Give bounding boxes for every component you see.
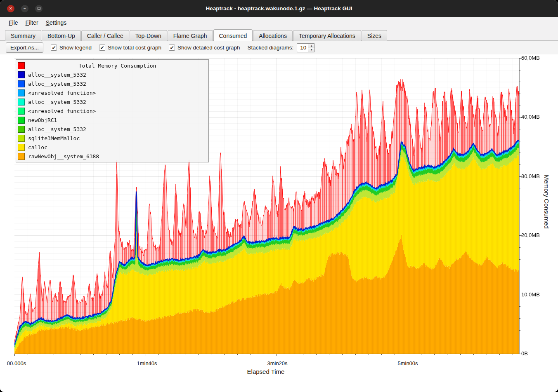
tab-flame-graph[interactable]: Flame Graph	[168, 30, 213, 41]
chart-area: 0B 10,0MB 20,0MB 30,0MB 40,0MB 50,0MB 00…	[0, 54, 558, 392]
menu-settings[interactable]: Settings	[42, 18, 71, 27]
show-legend-checkbox[interactable]: ✔ Show legend	[51, 45, 92, 51]
legend-item: <unresolved function>	[18, 106, 207, 115]
legend-swatch	[18, 144, 25, 151]
tabbar: Summary Bottom-Up Caller / Callee Top-Do…	[0, 28, 558, 41]
legend-title: Total Memory Consumption	[28, 63, 207, 69]
legend-item: sqlite3MemMalloc	[18, 134, 207, 143]
titlebar: ✕ − Heaptrack - heaptrack.wakunode.1.gz …	[0, 0, 558, 17]
y-tick-label: 20,0MB	[521, 232, 540, 238]
legend-item: alloc__system_5332	[18, 124, 207, 134]
y-tick-label: 50,0MB	[521, 55, 540, 61]
legend-swatch	[18, 135, 25, 142]
y-tick-label: 10,0MB	[521, 291, 540, 298]
legend-swatch	[18, 71, 25, 78]
legend-item: <unresolved function>	[18, 88, 207, 97]
menu-filter[interactable]: Filter	[22, 18, 42, 27]
show-total-cost-checkbox[interactable]: ✔ Show total cost graph	[99, 45, 161, 51]
toolbar: Export As... ✔ Show legend ✔ Show total …	[0, 41, 558, 54]
tab-consumed[interactable]: Consumed	[213, 29, 253, 41]
menu-file[interactable]: File	[5, 18, 22, 27]
legend-swatch	[18, 108, 25, 115]
legend-item-label: <unresolved function>	[28, 90, 96, 96]
show-legend-label: Show legend	[59, 45, 92, 51]
menu-settings-label: Settings	[46, 19, 67, 26]
legend-item: rawNewObj__system_6388	[18, 152, 207, 161]
checkbox-icon[interactable]: ✔	[169, 45, 175, 51]
window-title: Heaptrack - heaptrack.wakunode.1.gz — He…	[206, 5, 352, 12]
legend-swatch	[18, 117, 25, 124]
legend-swatch	[18, 80, 25, 87]
legend-item: alloc__system_5332	[18, 79, 207, 88]
tab-temporary-allocations[interactable]: Temporary Allocations	[293, 30, 361, 41]
x-tick-label: 1min40s	[137, 360, 157, 366]
legend-swatch-total	[18, 62, 25, 69]
legend-item: alloc__system_5332	[18, 70, 207, 79]
menu-filter-label: Filter	[26, 19, 38, 26]
export-as-button[interactable]: Export As...	[6, 42, 43, 53]
tab-caller-callee[interactable]: Caller / Callee	[81, 30, 129, 41]
legend-item: newObjRC1	[18, 115, 207, 124]
menu-file-label: File	[9, 19, 18, 26]
checkbox-icon[interactable]: ✔	[99, 45, 105, 51]
tab-top-down[interactable]: Top-Down	[130, 30, 167, 41]
close-icon[interactable]: ✕	[7, 5, 14, 12]
legend-item: calloc	[18, 143, 207, 152]
show-total-cost-label: Show total cost graph	[108, 45, 161, 51]
legend-swatch	[18, 99, 25, 106]
spinner-down-icon[interactable]: ▼	[308, 48, 314, 52]
y-tick-label: 0B	[521, 350, 528, 357]
x-tick-label: 3min20s	[267, 360, 287, 366]
y-axis-title: Memory Consumed	[543, 175, 550, 229]
window-controls: ✕ −	[7, 0, 43, 17]
maximize-square-glyph	[38, 7, 40, 10]
stacked-diagrams-label: Stacked diagrams:	[248, 45, 294, 51]
spinner-up-icon[interactable]: ▲	[308, 44, 314, 48]
stacked-diagrams-spinner[interactable]: 10 ▲ ▼	[297, 43, 315, 52]
legend-title-row: Total Memory Consumption	[18, 61, 207, 70]
legend-item-label: newObjRC1	[28, 117, 57, 123]
legend-item-label: sqlite3MemMalloc	[28, 135, 80, 141]
legend-item-label: alloc__system_5332	[28, 72, 86, 78]
x-axis-title: Elapsed Time	[247, 368, 285, 375]
legend-swatch	[18, 126, 25, 133]
legend-item-label: calloc	[28, 144, 47, 150]
x-tick-label: 00.000s	[7, 360, 26, 366]
minimize-icon[interactable]: −	[21, 5, 28, 12]
legend-item-label: <unresolved function>	[28, 108, 96, 114]
stacked-diagrams-value[interactable]: 10	[297, 44, 308, 52]
tab-sizes[interactable]: Sizes	[362, 30, 387, 41]
spinner-arrows: ▲ ▼	[308, 44, 314, 52]
legend-item: alloc__system_5332	[18, 97, 207, 106]
x-tick-label: 5min00s	[397, 360, 418, 366]
show-detailed-cost-label: Show detailed cost graph	[177, 45, 240, 51]
menubar: File Filter Settings	[0, 17, 558, 28]
legend-item-label: rawNewObj__system_6388	[28, 153, 99, 160]
stacked-diagrams-group: Stacked diagrams: 10 ▲ ▼	[248, 43, 315, 52]
tab-summary[interactable]: Summary	[5, 30, 41, 41]
legend-item-label: alloc__system_5332	[28, 81, 86, 87]
legend-item-label: alloc__system_5332	[28, 126, 86, 132]
maximize-icon[interactable]	[35, 5, 43, 12]
legend-swatch	[18, 153, 25, 160]
legend-swatch	[18, 89, 25, 96]
tab-allocations[interactable]: Allocations	[253, 30, 293, 41]
checkbox-icon[interactable]: ✔	[51, 45, 57, 51]
y-tick-label: 40,0MB	[521, 114, 540, 120]
tab-bottom-up[interactable]: Bottom-Up	[42, 30, 81, 41]
legend-item-label: alloc__system_5332	[28, 99, 86, 105]
show-detailed-cost-checkbox[interactable]: ✔ Show detailed cost graph	[169, 45, 240, 51]
app-window: ✕ − Heaptrack - heaptrack.wakunode.1.gz …	[0, 0, 558, 392]
chart-legend: Total Memory Consumption alloc__system_5…	[16, 59, 209, 162]
y-tick-label: 30,0MB	[521, 173, 540, 179]
